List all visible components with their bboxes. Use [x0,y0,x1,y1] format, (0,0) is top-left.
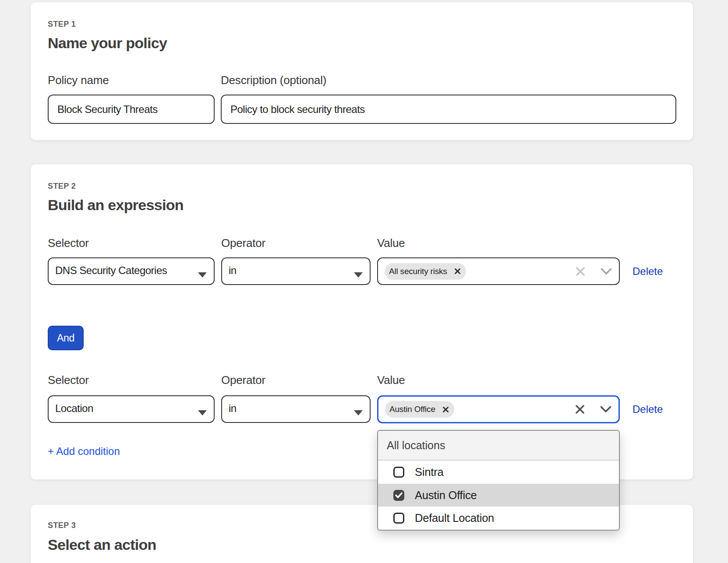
checkbox-unchecked[interactable] [393,467,404,478]
dropdown-option-label: Austin Office [415,489,477,502]
dropdown-option-austin-office[interactable]: Austin Office [378,484,619,507]
chevron-down-icon[interactable] [600,406,611,415]
step1-title: Name your policy [48,35,167,50]
checkbox-unchecked[interactable] [393,513,404,524]
policy-name-value: Block Security Threats [57,103,158,116]
delete-row1-link[interactable]: Delete [633,257,685,285]
value-label-row1: Value [377,237,405,249]
checkbox-checked[interactable] [393,490,404,501]
step1-card: STEP 1 Name your policy Policy name Desc… [30,2,693,141]
dropdown-header: All locations [378,431,619,461]
locations-dropdown: All locations Sintra Austin Office Defau… [377,430,620,531]
value-tag-label-row2: Austin Office [389,405,435,414]
operator-label-row2: Operator [221,374,265,386]
operator-value-row1: in [229,264,237,277]
step1-label: STEP 1 [48,20,76,28]
chevron-down-icon[interactable] [601,268,612,277]
operator-select-row1[interactable]: in [221,257,371,285]
policy-name-input[interactable]: Block Security Threats [48,95,215,124]
add-condition-link[interactable]: + Add condition [48,444,120,458]
description-input[interactable]: Policy to block security threats [221,95,676,124]
value-label-row2: Value [377,374,405,386]
operator-select-row2[interactable]: in [221,395,371,423]
dropdown-option-default-location[interactable]: Default Location [378,507,619,530]
selector-label-row2: Selector [48,374,89,386]
selector-select-row2[interactable]: Location [48,395,215,423]
step2-title: Build an expression [48,197,184,212]
value-tag-row2: Austin Office [385,401,454,418]
caret-down-icon [197,406,208,419]
value-multiselect-row2[interactable]: Austin Office [377,395,620,423]
selector-select-row1[interactable]: DNS Security Categories [48,257,215,285]
description-value: Policy to block security threats [230,103,365,116]
dropdown-option-sintra[interactable]: Sintra [378,461,619,484]
value-multiselect-row1[interactable]: All security risks [377,257,620,285]
selector-value-row1: DNS Security Categories [55,264,167,277]
clear-all-icon[interactable] [575,404,585,416]
tag-remove-icon[interactable] [454,268,461,274]
selector-label-row1: Selector [48,237,89,249]
dropdown-option-label: Default Location [415,512,494,524]
policy-name-label: Policy name [48,74,109,86]
operator-label-row1: Operator [221,237,265,249]
caret-down-icon [353,406,364,419]
operator-value-row2: in [229,402,237,415]
step2-label: STEP 2 [48,182,76,190]
step3-label: STEP 3 [48,521,76,529]
delete-row2-link[interactable]: Delete [633,395,685,423]
dropdown-option-label: Sintra [415,466,443,479]
value-tag-row1: All security risks [385,263,466,280]
caret-down-icon [197,268,208,281]
and-button[interactable]: And [48,326,84,350]
step3-title: Select an action [48,537,156,552]
clear-all-icon[interactable] [575,266,586,278]
description-label: Description (optional) [221,74,326,86]
value-tag-label-row1: All security risks [389,267,447,276]
selector-value-row2: Location [55,402,93,415]
tag-remove-icon[interactable] [442,406,449,413]
caret-down-icon [353,268,364,281]
